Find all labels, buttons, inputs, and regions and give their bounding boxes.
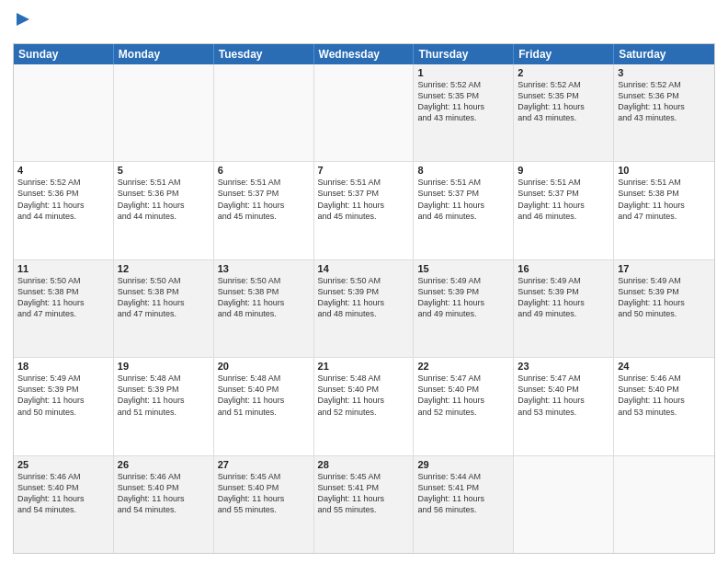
day-number: 24 [618,361,711,372]
day-cell-19: 19Sunrise: 5:48 AM Sunset: 5:39 PM Dayli… [114,358,214,454]
day-info: Sunrise: 5:50 AM Sunset: 5:38 PM Dayligh… [218,275,310,320]
day-info: Sunrise: 5:49 AM Sunset: 5:39 PM Dayligh… [417,275,509,320]
day-cell-7: 7Sunrise: 5:51 AM Sunset: 5:37 PM Daylig… [314,162,415,259]
day-number: 4 [17,165,109,176]
header-cell-tuesday: Tuesday [214,44,314,64]
empty-cell [214,64,314,161]
day-info: Sunrise: 5:48 AM Sunset: 5:40 PM Dayligh… [218,373,310,418]
day-number: 7 [318,165,410,176]
day-number: 3 [618,67,711,78]
day-cell-5: 5Sunrise: 5:51 AM Sunset: 5:36 PM Daylig… [114,162,214,259]
day-info: Sunrise: 5:52 AM Sunset: 5:36 PM Dayligh… [17,177,109,222]
day-number: 26 [118,459,210,470]
day-cell-25: 25Sunrise: 5:46 AM Sunset: 5:40 PM Dayli… [14,456,114,553]
day-info: Sunrise: 5:51 AM Sunset: 5:37 PM Dayligh… [318,177,410,222]
day-cell-4: 4Sunrise: 5:52 AM Sunset: 5:36 PM Daylig… [14,162,114,259]
day-number: 6 [218,165,310,176]
day-cell-29: 29Sunrise: 5:44 AM Sunset: 5:41 PM Dayli… [414,456,514,553]
day-number: 27 [218,459,310,470]
day-number: 29 [417,459,509,470]
day-cell-27: 27Sunrise: 5:45 AM Sunset: 5:40 PM Dayli… [214,456,314,553]
calendar-row-0: 1Sunrise: 5:52 AM Sunset: 5:35 PM Daylig… [14,64,714,162]
calendar-row-3: 18Sunrise: 5:49 AM Sunset: 5:39 PM Dayli… [14,358,714,455]
day-info: Sunrise: 5:47 AM Sunset: 5:40 PM Dayligh… [417,373,509,418]
day-info: Sunrise: 5:46 AM Sunset: 5:40 PM Dayligh… [118,471,210,516]
day-cell-15: 15Sunrise: 5:49 AM Sunset: 5:39 PM Dayli… [414,260,514,357]
day-number: 18 [17,361,109,372]
empty-cell [514,456,614,553]
day-cell-23: 23Sunrise: 5:47 AM Sunset: 5:40 PM Dayli… [514,358,614,454]
logo-flag-icon [15,13,31,33]
empty-cell [14,64,114,161]
calendar-row-4: 25Sunrise: 5:46 AM Sunset: 5:40 PM Dayli… [14,456,714,553]
calendar-body: 1Sunrise: 5:52 AM Sunset: 5:35 PM Daylig… [14,64,714,553]
day-cell-14: 14Sunrise: 5:50 AM Sunset: 5:39 PM Dayli… [314,260,415,357]
day-info: Sunrise: 5:49 AM Sunset: 5:39 PM Dayligh… [17,373,109,418]
day-info: Sunrise: 5:51 AM Sunset: 5:37 PM Dayligh… [218,177,310,222]
day-info: Sunrise: 5:51 AM Sunset: 5:36 PM Dayligh… [118,177,210,222]
day-number: 16 [518,263,609,274]
calendar-header-row: SundayMondayTuesdayWednesdayThursdayFrid… [14,44,714,64]
day-info: Sunrise: 5:50 AM Sunset: 5:38 PM Dayligh… [17,275,109,320]
day-cell-28: 28Sunrise: 5:45 AM Sunset: 5:41 PM Dayli… [314,456,415,553]
day-info: Sunrise: 5:48 AM Sunset: 5:39 PM Dayligh… [118,373,210,418]
day-number: 22 [417,361,509,372]
empty-cell [314,64,415,161]
calendar: SundayMondayTuesdayWednesdayThursdayFrid… [13,43,715,554]
day-info: Sunrise: 5:49 AM Sunset: 5:39 PM Dayligh… [618,275,711,320]
day-cell-13: 13Sunrise: 5:50 AM Sunset: 5:38 PM Dayli… [214,260,314,357]
day-number: 20 [218,361,310,372]
day-number: 8 [417,165,509,176]
day-cell-18: 18Sunrise: 5:49 AM Sunset: 5:39 PM Dayli… [14,358,114,454]
day-number: 19 [118,361,210,372]
day-number: 21 [318,361,410,372]
day-number: 9 [518,165,609,176]
day-number: 13 [218,263,310,274]
day-info: Sunrise: 5:44 AM Sunset: 5:41 PM Dayligh… [417,471,509,516]
day-number: 10 [618,165,711,176]
day-info: Sunrise: 5:52 AM Sunset: 5:35 PM Dayligh… [417,79,509,124]
day-info: Sunrise: 5:51 AM Sunset: 5:38 PM Dayligh… [618,177,711,222]
day-cell-12: 12Sunrise: 5:50 AM Sunset: 5:38 PM Dayli… [114,260,214,357]
day-cell-24: 24Sunrise: 5:46 AM Sunset: 5:40 PM Dayli… [614,358,714,454]
empty-cell [114,64,214,161]
logo [13,13,31,38]
day-cell-9: 9Sunrise: 5:51 AM Sunset: 5:37 PM Daylig… [514,162,614,259]
day-info: Sunrise: 5:50 AM Sunset: 5:39 PM Dayligh… [318,275,410,320]
day-number: 1 [417,67,509,78]
calendar-row-1: 4Sunrise: 5:52 AM Sunset: 5:36 PM Daylig… [14,162,714,259]
day-cell-8: 8Sunrise: 5:51 AM Sunset: 5:37 PM Daylig… [414,162,514,259]
day-number: 25 [17,459,109,470]
day-cell-3: 3Sunrise: 5:52 AM Sunset: 5:36 PM Daylig… [614,64,714,161]
day-info: Sunrise: 5:51 AM Sunset: 5:37 PM Dayligh… [518,177,609,222]
header-cell-wednesday: Wednesday [314,44,415,64]
day-info: Sunrise: 5:46 AM Sunset: 5:40 PM Dayligh… [618,373,711,418]
day-cell-11: 11Sunrise: 5:50 AM Sunset: 5:38 PM Dayli… [14,260,114,357]
day-info: Sunrise: 5:47 AM Sunset: 5:40 PM Dayligh… [518,373,609,418]
day-cell-1: 1Sunrise: 5:52 AM Sunset: 5:35 PM Daylig… [414,64,514,161]
day-info: Sunrise: 5:52 AM Sunset: 5:35 PM Dayligh… [518,79,609,124]
day-cell-22: 22Sunrise: 5:47 AM Sunset: 5:40 PM Dayli… [414,358,514,454]
empty-cell [614,456,714,553]
header-cell-friday: Friday [514,44,614,64]
day-number: 12 [118,263,210,274]
day-info: Sunrise: 5:48 AM Sunset: 5:40 PM Dayligh… [318,373,410,418]
day-cell-10: 10Sunrise: 5:51 AM Sunset: 5:38 PM Dayli… [614,162,714,259]
day-cell-17: 17Sunrise: 5:49 AM Sunset: 5:39 PM Dayli… [614,260,714,357]
day-number: 11 [17,263,109,274]
day-info: Sunrise: 5:51 AM Sunset: 5:37 PM Dayligh… [417,177,509,222]
day-cell-26: 26Sunrise: 5:46 AM Sunset: 5:40 PM Dayli… [114,456,214,553]
day-info: Sunrise: 5:49 AM Sunset: 5:39 PM Dayligh… [518,275,609,320]
day-info: Sunrise: 5:45 AM Sunset: 5:40 PM Dayligh… [218,471,310,516]
day-cell-20: 20Sunrise: 5:48 AM Sunset: 5:40 PM Dayli… [214,358,314,454]
page: SundayMondayTuesdayWednesdayThursdayFrid… [0,0,728,563]
svg-marker-0 [17,13,29,26]
day-number: 17 [618,263,711,274]
day-info: Sunrise: 5:52 AM Sunset: 5:36 PM Dayligh… [618,79,711,124]
day-info: Sunrise: 5:46 AM Sunset: 5:40 PM Dayligh… [17,471,109,516]
header-cell-thursday: Thursday [414,44,514,64]
header [13,9,715,38]
day-info: Sunrise: 5:50 AM Sunset: 5:38 PM Dayligh… [118,275,210,320]
day-cell-16: 16Sunrise: 5:49 AM Sunset: 5:39 PM Dayli… [514,260,614,357]
header-cell-sunday: Sunday [14,44,114,64]
